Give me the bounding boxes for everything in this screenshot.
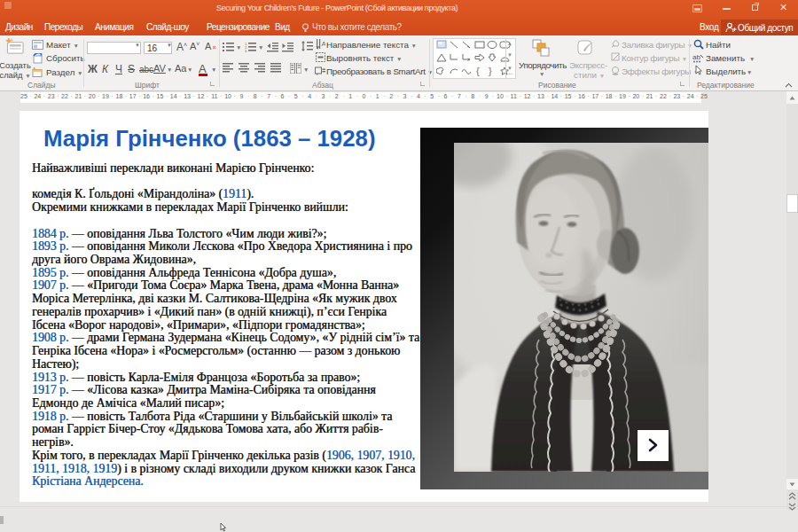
- svg-text:}: }: [489, 66, 492, 76]
- svg-text:3.: 3.: [245, 49, 247, 53]
- svg-text:ab: ab: [692, 53, 700, 61]
- svg-text:{: {: [476, 66, 480, 76]
- svg-text:A: A: [322, 40, 326, 48]
- svg-text:А: А: [205, 41, 212, 51]
